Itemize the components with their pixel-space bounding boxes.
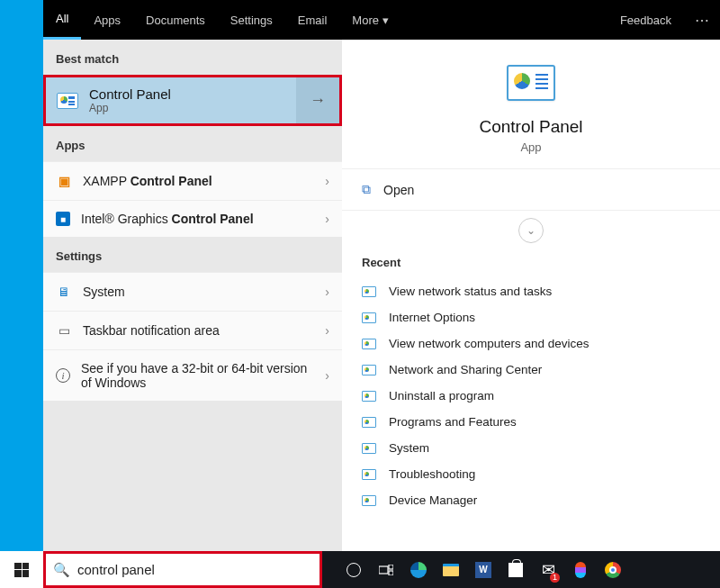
file-explorer-icon <box>443 564 459 576</box>
best-match-subtitle: App <box>89 102 171 114</box>
best-match-title: Control Panel <box>89 86 171 102</box>
task-view-icon <box>379 565 393 575</box>
taskbar-search[interactable]: 🔍 <box>43 551 322 588</box>
settings-result[interactable]: 🖥System› <box>43 272 342 311</box>
store-icon <box>508 563 523 577</box>
svg-rect-0 <box>379 566 388 574</box>
word-icon: W <box>475 562 491 578</box>
tab-documents[interactable]: Documents <box>133 0 218 40</box>
recent-item-label: Internet Options <box>389 311 475 324</box>
chevron-right-icon: › <box>325 174 329 188</box>
control-panel-icon <box>362 469 376 480</box>
edge-icon <box>410 562 427 578</box>
recent-item-label: System <box>389 441 429 455</box>
control-panel-icon <box>362 339 376 349</box>
search-icon: 🔍 <box>53 562 70 578</box>
section-best-match: Best match <box>43 40 342 75</box>
expand-button[interactable]: ⌄ <box>518 218 544 243</box>
recent-item-label: View network computers and devices <box>389 337 590 350</box>
settings-result-label: Taskbar notification area <box>83 323 314 338</box>
recent-item-label: Troubleshooting <box>389 467 475 481</box>
app-result[interactable]: ▣XAMPP Control Panel› <box>43 161 342 200</box>
recent-item[interactable]: Internet Options <box>362 304 700 330</box>
settings-result[interactable]: iSee if you have a 32-bit or 64-bit vers… <box>43 349 342 401</box>
taskbar-icon: ▭ <box>56 322 72 339</box>
recent-item[interactable]: Troubleshooting <box>362 461 700 487</box>
intel-icon: ■ <box>56 212 70 226</box>
best-match-result[interactable]: Control Panel App → <box>43 75 342 126</box>
taskbar-app-edge[interactable] <box>403 551 434 588</box>
more-options-button[interactable]: ⋯ <box>684 0 720 40</box>
preview-title: Control Panel <box>479 117 582 137</box>
svg-rect-1 <box>389 565 393 569</box>
chevron-right-icon: › <box>325 323 329 338</box>
app-result-label: Intel® Graphics Control Panel <box>81 212 314 226</box>
tab-more[interactable]: More ▾ <box>339 0 401 40</box>
app-result[interactable]: ■Intel® Graphics Control Panel› <box>43 200 342 237</box>
windows-icon <box>14 563 29 577</box>
preview-subtitle: App <box>520 140 541 154</box>
open-action[interactable]: ⧉ Open <box>342 168 720 211</box>
tab-all[interactable]: All <box>43 0 81 40</box>
tab-more-label: More <box>352 14 379 27</box>
recent-item-label: Uninstall a program <box>389 389 494 403</box>
start-button[interactable] <box>0 551 43 588</box>
tab-email[interactable]: Email <box>285 0 340 40</box>
taskbar-app-chrome[interactable] <box>598 551 628 588</box>
open-icon: ⧉ <box>362 182 371 197</box>
recent-item-label: Device Manager <box>389 493 477 507</box>
recent-item-label: View network status and tasks <box>389 285 552 298</box>
recent-item-label: Network and Sharing Center <box>389 363 542 376</box>
control-panel-icon <box>362 391 376 402</box>
task-view-button[interactable] <box>371 551 401 588</box>
open-label: Open <box>383 183 414 197</box>
recent-item[interactable]: Device Manager <box>362 487 700 513</box>
mail-badge: 1 <box>550 573 560 583</box>
recent-item[interactable]: View network computers and devices <box>362 330 700 357</box>
taskbar-app-store[interactable] <box>500 551 531 588</box>
info-icon: i <box>56 368 70 383</box>
xampp-icon: ▣ <box>56 173 72 189</box>
control-panel-icon <box>362 417 376 428</box>
cortana-icon <box>346 563 361 577</box>
control-panel-icon <box>362 365 376 375</box>
recent-item[interactable]: Uninstall a program <box>362 383 700 409</box>
taskbar-app-mail[interactable]: ✉1 <box>533 551 563 588</box>
taskbar: 🔍 W ✉1 <box>0 551 720 588</box>
display-icon: 🖥 <box>56 284 72 300</box>
section-settings: Settings <box>43 237 342 272</box>
control-panel-icon <box>362 495 376 506</box>
chrome-icon <box>605 562 621 578</box>
chevron-right-icon: › <box>325 285 329 299</box>
preview-pane: Control Panel App ⧉ Open ⌄ Recent View n… <box>342 40 720 551</box>
control-panel-icon <box>362 443 376 454</box>
taskbar-app-figma[interactable] <box>565 551 596 588</box>
recent-item[interactable]: System <box>362 435 700 461</box>
recent-item-label: Programs and Features <box>389 415 517 429</box>
chevron-down-icon: ⌄ <box>526 224 536 237</box>
control-panel-icon <box>507 65 555 101</box>
feedback-link[interactable]: Feedback <box>608 0 684 40</box>
search-input[interactable] <box>77 562 312 577</box>
tab-settings[interactable]: Settings <box>218 0 285 40</box>
recent-item[interactable]: Programs and Features <box>362 409 700 435</box>
control-panel-icon <box>57 93 78 109</box>
settings-result-label: System <box>83 285 314 299</box>
recent-item[interactable]: View network status and tasks <box>362 278 700 304</box>
recent-item[interactable]: Network and Sharing Center <box>362 357 700 383</box>
taskbar-app-explorer[interactable] <box>436 551 466 588</box>
taskbar-app-word[interactable]: W <box>468 551 499 588</box>
search-tabs: All Apps Documents Settings Email More ▾… <box>43 0 720 40</box>
best-match-arrow[interactable]: → <box>296 77 339 123</box>
settings-result[interactable]: ▭Taskbar notification area› <box>43 311 342 349</box>
svg-rect-2 <box>389 571 393 575</box>
tab-apps[interactable]: Apps <box>81 0 133 40</box>
cortana-button[interactable] <box>338 551 369 588</box>
control-panel-icon <box>362 286 376 297</box>
app-result-label: XAMPP Control Panel <box>83 174 314 188</box>
chevron-right-icon: › <box>325 212 329 226</box>
results-pane: Best match Control Panel App → Apps ▣XAM… <box>43 40 342 551</box>
settings-result-label: See if you have a 32-bit or 64-bit versi… <box>81 361 314 390</box>
section-recent: Recent <box>362 256 700 269</box>
chevron-right-icon: › <box>325 368 329 383</box>
